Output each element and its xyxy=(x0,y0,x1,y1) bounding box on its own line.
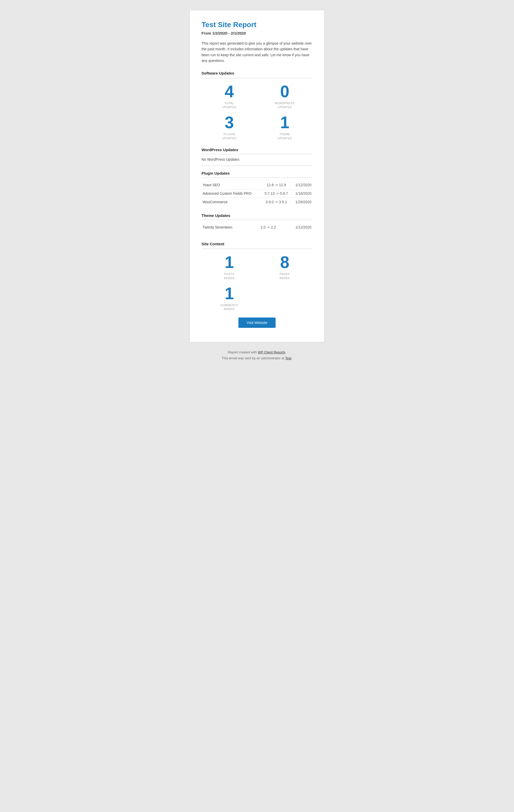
stat-number-posts: 1 xyxy=(225,254,234,270)
stat-number-theme: 1 xyxy=(280,114,289,131)
stat-number-pages: 8 xyxy=(280,254,289,270)
plugin-updates-title: Plugin Updates xyxy=(202,171,312,175)
visit-website-button[interactable]: Visit Website xyxy=(238,318,276,328)
stat-label-theme: THEMEUPDATES xyxy=(278,132,292,140)
footer-text-1: Report created with xyxy=(228,350,258,354)
theme-updates-section: Theme Updates Twenty Seventeen 2.0 -> 2.… xyxy=(202,213,312,231)
software-stats-grid: 4 TOTALUPDATES 0 WORDPRESSUPDATES 3 PLUG… xyxy=(202,83,312,141)
table-row: Yoast SEO 12.8 -> 12.9 1/12/2020 xyxy=(202,181,312,189)
stat-theme-updates: 1 THEMEUPDATES xyxy=(257,114,312,140)
software-divider xyxy=(202,78,312,78)
software-updates-section: Software Updates 4 TOTALUPDATES 0 WORDPR… xyxy=(202,71,312,141)
stat-pages-added: 8 PAGESADDED xyxy=(257,254,312,280)
report-title: Test Site Report xyxy=(202,21,312,29)
footer-text-4: . xyxy=(291,356,292,360)
footer-link-test[interactable]: Test xyxy=(285,356,291,360)
stat-label-comments: COMMENTSADDED xyxy=(220,303,238,311)
plugin-updates-table: Yoast SEO 12.8 -> 12.9 1/12/2020 Advance… xyxy=(202,181,312,206)
stat-number-comments: 1 xyxy=(225,285,234,302)
theme-updates-title: Theme Updates xyxy=(202,213,312,218)
table-row: WooCommerce 3.9.0 -> 3.9.1 1/29/2020 xyxy=(202,198,312,206)
stat-label-pages: PAGESADDED xyxy=(280,272,290,280)
stat-posts-added: 1 POSTSADDED xyxy=(202,254,257,280)
plugin-date-1: 1/12/2020 xyxy=(291,181,312,189)
site-content-title: Site Content xyxy=(202,242,312,246)
footer-text-3: This email was sent by an administrator … xyxy=(222,356,285,360)
theme-name-1: Twenty Seventeen xyxy=(202,223,254,231)
site-content-stats-bottom: 1 COMMENTSADDED xyxy=(202,285,312,311)
stat-comments-added: 1 COMMENTSADDED xyxy=(202,285,257,311)
stat-label-plugin: PLUGINUPDATES xyxy=(222,132,236,140)
footer-link-wpclientreports[interactable]: WP Client Reports xyxy=(258,350,285,354)
plugin-divider xyxy=(202,177,312,178)
plugin-version-2: 5.7.13 -> 5.8.7 xyxy=(261,189,291,198)
site-content-divider xyxy=(202,249,312,249)
stat-wordpress-updates: 0 WORDPRESSUPDATES xyxy=(257,83,312,109)
report-intro: This report was generated to give you a … xyxy=(202,40,312,64)
wordpress-updates-section: WordPress Updates No WordPress Updates xyxy=(202,148,312,166)
stat-number-wordpress: 0 xyxy=(280,83,289,100)
theme-version-1: 2.0 -> 2.2 xyxy=(254,223,283,231)
footer: Report created with WP Client Reports. T… xyxy=(5,349,509,361)
table-row: Advanced Custom Fields PRO 5.7.13 -> 5.8… xyxy=(202,189,312,198)
stat-number-plugin: 3 xyxy=(225,114,234,131)
plugin-version-1: 12.8 -> 12.9 xyxy=(261,181,291,189)
stat-label-wordpress: WORDPRESSUPDATES xyxy=(275,102,295,109)
plugin-version-3: 3.9.0 -> 3.9.1 xyxy=(261,198,291,206)
plugin-date-2: 1/16/2020 xyxy=(291,189,312,198)
plugin-updates-section: Plugin Updates Yoast SEO 12.8 -> 12.9 1/… xyxy=(202,171,312,206)
plugin-name-1: Yoast SEO xyxy=(202,181,261,189)
theme-updates-table: Twenty Seventeen 2.0 -> 2.2 1/12/2020 xyxy=(202,223,312,231)
stat-plugin-updates: 3 PLUGINUPDATES xyxy=(202,114,257,140)
software-updates-title: Software Updates xyxy=(202,71,312,75)
site-content-section: Site Content 1 POSTSADDED 8 PAGESADDED 1… xyxy=(202,242,312,328)
plugin-name-2: Advanced Custom Fields PRO xyxy=(202,189,261,198)
site-content-stats-grid: 1 POSTSADDED 8 PAGESADDED xyxy=(202,254,312,280)
report-date: From 1/2/2020 - 2/1/2020 xyxy=(202,31,312,35)
stat-number-total: 4 xyxy=(225,83,234,100)
stat-label-posts: POSTSADDED xyxy=(224,272,234,280)
plugin-date-3: 1/29/2020 xyxy=(291,198,312,206)
plugin-name-3: WooCommerce xyxy=(202,198,261,206)
theme-date-1: 1/12/2020 xyxy=(283,223,312,231)
no-wordpress-updates: No WordPress Updates xyxy=(202,157,312,166)
table-row: Twenty Seventeen 2.0 -> 2.2 1/12/2020 xyxy=(202,223,312,231)
stat-label-total: TOTALUPDATES xyxy=(222,102,236,109)
wordpress-updates-title: WordPress Updates xyxy=(202,148,312,152)
footer-text-2: . xyxy=(285,350,286,354)
report-card: Test Site Report From 1/2/2020 - 2/1/202… xyxy=(190,10,324,342)
stat-total-updates: 4 TOTALUPDATES xyxy=(202,83,257,109)
visit-button-wrapper: Visit Website xyxy=(202,318,312,328)
